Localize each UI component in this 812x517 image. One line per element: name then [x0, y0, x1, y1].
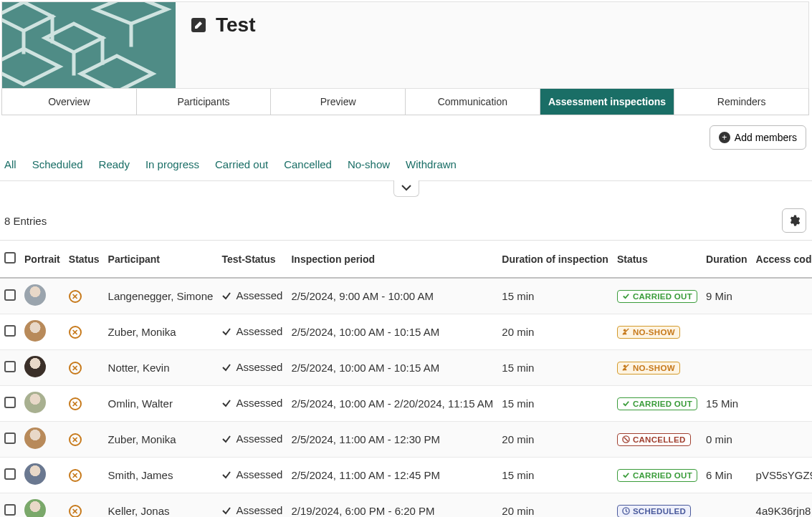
- header-bar: Test: [1, 1, 809, 89]
- cell-duration-of: 20 min: [497, 314, 613, 350]
- status-badge: CANCELLED: [617, 433, 691, 446]
- cell-access-code: [752, 314, 812, 350]
- avatar: [24, 320, 46, 342]
- tab-participants[interactable]: Participants: [137, 89, 272, 115]
- cell-participant: Notter, Kevin: [104, 350, 218, 386]
- table-row: ✕Langenegger, SimoneAssessed2/5/2024, 9:…: [0, 278, 812, 314]
- table-row: ✕Smith, JamesAssessed2/5/2024, 11:00 AM …: [0, 458, 812, 493]
- cell-duration: 9 Min: [702, 278, 752, 314]
- filter-withdrawn[interactable]: Withdrawn: [406, 158, 457, 170]
- svg-line-7: [624, 438, 629, 442]
- cell-period: 2/5/2024, 10:00 AM - 10:15 AM: [287, 314, 497, 350]
- cell-period: 2/5/2024, 11:00 AM - 12:45 PM: [287, 458, 497, 493]
- status-cancel-icon: ✕: [69, 505, 82, 517]
- cell-period: 2/19/2024, 6:00 PM - 6:20 PM: [287, 493, 497, 518]
- status-badge: CARRIED OUT: [617, 397, 697, 410]
- filter-all[interactable]: All: [4, 158, 16, 170]
- cell-duration: [702, 493, 752, 518]
- avatar: [24, 427, 46, 449]
- cell-duration-of: 15 min: [497, 350, 613, 386]
- tab-communication[interactable]: Communication: [406, 89, 540, 115]
- cell-duration-of: 15 min: [497, 278, 613, 314]
- table-row: ✕Zuber, MonikaAssessed2/5/2024, 11:00 AM…: [0, 422, 812, 458]
- check-icon: [221, 434, 231, 444]
- check-icon: [221, 506, 231, 516]
- course-banner: [2, 2, 176, 88]
- status-cancel-icon: ✕: [69, 290, 82, 303]
- avatar: [24, 356, 46, 377]
- cell-test-status: Assessed: [221, 289, 282, 301]
- filter-no-show[interactable]: No-show: [348, 158, 390, 170]
- avatar: [24, 284, 46, 306]
- tab-overview[interactable]: Overview: [1, 89, 137, 115]
- tab-reminders[interactable]: Reminders: [674, 89, 809, 115]
- cell-period: 2/5/2024, 11:00 AM - 12:30 PM: [287, 422, 497, 458]
- entries-count: 8 Entries: [4, 215, 47, 227]
- cell-participant: Zuber, Monika: [104, 422, 218, 458]
- cell-duration-of: 15 min: [497, 386, 613, 422]
- cell-test-status: Assessed: [221, 433, 282, 445]
- cell-status: SCHEDULED: [613, 493, 702, 518]
- row-checkbox[interactable]: [4, 289, 16, 301]
- col-status[interactable]: Status: [65, 241, 104, 279]
- status-badge: NO-SHOW: [617, 362, 680, 375]
- col-participant[interactable]: Participant: [104, 241, 218, 279]
- cell-status: NO-SHOW: [613, 350, 702, 386]
- cell-access-code: [752, 278, 812, 314]
- row-checkbox[interactable]: [4, 433, 16, 444]
- col-duration-of[interactable]: Duration of inspection: [497, 241, 613, 279]
- status-badge: NO-SHOW: [617, 326, 680, 339]
- filter-ready[interactable]: Ready: [99, 158, 130, 170]
- tab-preview[interactable]: Preview: [271, 89, 406, 115]
- filter-carried-out[interactable]: Carried out: [215, 158, 268, 170]
- status-cancel-icon: ✕: [69, 433, 82, 446]
- filter-scheduled[interactable]: Scheduled: [32, 158, 83, 170]
- col-portrait[interactable]: Portrait: [20, 241, 65, 279]
- cell-status: CARRIED OUT: [613, 386, 702, 422]
- tab-assessment-inspections[interactable]: Assessment inspections: [540, 89, 675, 115]
- cell-duration: 6 Min: [702, 458, 752, 493]
- chevron-down-icon: [401, 184, 411, 191]
- row-checkbox[interactable]: [4, 468, 16, 480]
- table-row: ✕Notter, KevinAssessed2/5/2024, 10:00 AM…: [0, 350, 812, 386]
- status-cancel-icon: ✕: [69, 362, 82, 375]
- row-checkbox[interactable]: [4, 397, 16, 408]
- col-status2[interactable]: Status: [613, 241, 702, 279]
- row-checkbox[interactable]: [4, 361, 16, 372]
- cell-access-code: 4a9K36rjn8: [752, 493, 812, 518]
- inspections-table: Portrait Status Participant Test-Status …: [0, 240, 812, 517]
- avatar: [24, 499, 46, 517]
- cell-participant: Zuber, Monika: [104, 314, 218, 350]
- add-members-label: Add members: [735, 132, 797, 143]
- cell-participant: Omlin, Walter: [104, 386, 218, 422]
- edit-icon[interactable]: [188, 15, 209, 35]
- filter-cancelled[interactable]: Cancelled: [284, 158, 332, 170]
- table-settings-button[interactable]: [782, 208, 806, 233]
- expand-filters-button[interactable]: [393, 180, 419, 197]
- tab-bar: OverviewParticipantsPreviewCommunication…: [1, 89, 809, 115]
- row-checkbox[interactable]: [4, 504, 16, 516]
- cell-status: NO-SHOW: [613, 314, 702, 350]
- check-icon: [221, 362, 231, 372]
- cell-status: CANCELLED: [613, 422, 702, 458]
- col-duration[interactable]: Duration: [702, 241, 752, 279]
- col-inspection-period[interactable]: Inspection period: [287, 241, 497, 279]
- status-cancel-icon: ✕: [69, 326, 82, 339]
- filter-in-progress[interactable]: In progress: [145, 158, 199, 170]
- cell-status: CARRIED OUT: [613, 458, 702, 493]
- status-filter-bar: AllScheduledReadyIn progressCarried outC…: [0, 155, 812, 181]
- avatar: [24, 392, 46, 413]
- status-cancel-icon: ✕: [69, 469, 82, 482]
- row-checkbox[interactable]: [4, 325, 16, 337]
- avatar: [24, 463, 46, 485]
- col-access-code[interactable]: Access code: [752, 241, 812, 279]
- col-test-status[interactable]: Test-Status: [217, 241, 287, 279]
- cell-duration-of: 20 min: [497, 493, 613, 518]
- add-members-button[interactable]: + Add members: [710, 125, 806, 150]
- cell-duration: 0 min: [702, 422, 752, 458]
- cell-duration: [702, 350, 752, 386]
- cell-duration-of: 20 min: [497, 422, 613, 458]
- table-row: ✕Zuber, MonikaAssessed2/5/2024, 10:00 AM…: [0, 314, 812, 350]
- cell-period: 2/5/2024, 9:00 AM - 10:00 AM: [287, 278, 497, 314]
- select-all-checkbox[interactable]: [4, 252, 16, 264]
